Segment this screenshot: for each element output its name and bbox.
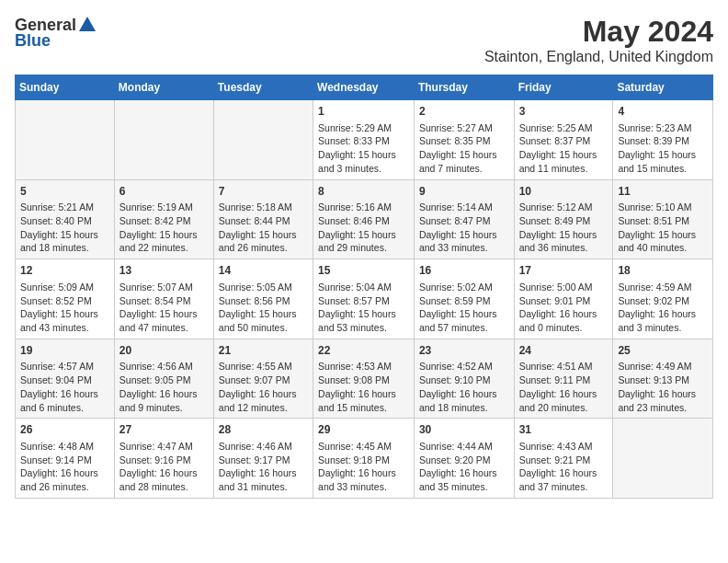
calendar-cell: 21Sunrise: 4:55 AMSunset: 9:07 PMDayligh… — [213, 339, 313, 419]
cell-content-line: and 37 minutes. — [519, 480, 609, 494]
cell-content-line: Sunset: 8:47 PM — [419, 214, 509, 228]
calendar-cell: 28Sunrise: 4:46 AMSunset: 9:17 PMDayligh… — [213, 419, 313, 499]
cell-content-line: Daylight: 15 hours — [119, 307, 209, 321]
cell-content-line: Daylight: 16 hours — [618, 307, 708, 321]
cell-content-line: Daylight: 15 hours — [219, 307, 308, 321]
day-number: 13 — [119, 263, 209, 279]
calendar-cell: 2Sunrise: 5:27 AMSunset: 8:35 PMDaylight… — [414, 100, 514, 180]
day-number: 2 — [419, 104, 509, 120]
cell-content-line: Sunrise: 4:49 AM — [618, 360, 708, 373]
cell-content-line: Sunset: 9:10 PM — [419, 373, 509, 387]
cell-content-line: Daylight: 16 hours — [219, 466, 308, 480]
cell-content-line: Sunset: 8:56 PM — [219, 294, 308, 308]
day-number: 28 — [219, 422, 308, 438]
calendar-cell: 5Sunrise: 5:21 AMSunset: 8:40 PMDaylight… — [16, 179, 115, 259]
cell-content-line: and 26 minutes. — [219, 241, 308, 255]
cell-content-line: and 40 minutes. — [618, 241, 708, 255]
calendar-cell: 19Sunrise: 4:57 AMSunset: 9:04 PMDayligh… — [16, 339, 115, 419]
day-number: 4 — [618, 104, 708, 120]
cell-content-line: and 57 minutes. — [419, 321, 509, 335]
cell-content-line: Daylight: 15 hours — [519, 228, 609, 242]
cell-content-line: and 15 minutes. — [318, 401, 409, 415]
day-number: 19 — [20, 343, 109, 359]
cell-content-line: Sunrise: 4:55 AM — [219, 360, 308, 373]
cell-content-line: and 31 minutes. — [219, 480, 308, 494]
logo: General Blue — [15, 15, 98, 51]
day-number: 25 — [618, 343, 708, 359]
cell-content-line: Daylight: 16 hours — [318, 466, 409, 480]
cell-content-line: Sunset: 9:07 PM — [219, 373, 308, 387]
calendar-cell: 13Sunrise: 5:07 AMSunset: 8:54 PMDayligh… — [114, 259, 213, 339]
day-number: 12 — [20, 263, 109, 279]
calendar-table: SundayMondayTuesdayWednesdayThursdayFrid… — [15, 75, 713, 499]
cell-content-line: Sunrise: 5:00 AM — [519, 281, 609, 294]
calendar-row: 26Sunrise: 4:48 AMSunset: 9:14 PMDayligh… — [16, 419, 713, 499]
header-friday: Friday — [514, 75, 613, 100]
cell-content-line: Sunrise: 4:51 AM — [519, 360, 609, 373]
cell-content-line: and 7 minutes. — [419, 162, 509, 176]
cell-content-line: and 28 minutes. — [119, 480, 209, 494]
cell-content-line: Sunrise: 5:12 AM — [519, 201, 609, 214]
calendar-cell: 22Sunrise: 4:53 AMSunset: 9:08 PMDayligh… — [313, 339, 415, 419]
cell-content-line: Sunset: 8:33 PM — [318, 134, 409, 148]
cell-content-line: Sunset: 9:20 PM — [419, 454, 509, 467]
day-number: 30 — [419, 422, 509, 438]
cell-content-line: and 18 minutes. — [20, 241, 109, 255]
cell-content-line: Sunrise: 5:23 AM — [618, 121, 708, 135]
cell-content-line: and 0 minutes. — [519, 321, 609, 335]
cell-content-line: Sunrise: 5:05 AM — [219, 281, 308, 294]
cell-content-line: Daylight: 15 hours — [519, 148, 609, 162]
cell-content-line: Sunrise: 4:48 AM — [20, 440, 109, 454]
cell-content-line: Sunset: 9:08 PM — [318, 373, 409, 387]
cell-content-line: and 53 minutes. — [318, 321, 409, 335]
cell-content-line: Sunset: 8:35 PM — [419, 134, 509, 148]
cell-content-line: Sunrise: 5:10 AM — [618, 201, 708, 214]
calendar-cell: 17Sunrise: 5:00 AMSunset: 9:01 PMDayligh… — [514, 259, 613, 339]
cell-content-line: Sunrise: 5:27 AM — [419, 121, 509, 135]
calendar-cell: 27Sunrise: 4:47 AMSunset: 9:16 PMDayligh… — [114, 419, 213, 499]
cell-content-line: and 26 minutes. — [20, 480, 109, 494]
cell-content-line: Sunset: 9:04 PM — [20, 373, 109, 387]
calendar-cell: 11Sunrise: 5:10 AMSunset: 8:51 PMDayligh… — [613, 179, 713, 259]
cell-content-line: Sunrise: 4:44 AM — [419, 440, 509, 454]
calendar-cell: 6Sunrise: 5:19 AMSunset: 8:42 PMDaylight… — [114, 179, 213, 259]
cell-content-line: Sunrise: 4:43 AM — [519, 440, 609, 454]
calendar-cell: 31Sunrise: 4:43 AMSunset: 9:21 PMDayligh… — [514, 419, 613, 499]
cell-content-line: Sunset: 9:18 PM — [318, 454, 409, 467]
cell-content-line: Daylight: 16 hours — [519, 387, 609, 401]
header-wednesday: Wednesday — [313, 75, 415, 100]
cell-content-line: Sunrise: 5:04 AM — [318, 281, 409, 294]
day-number: 14 — [219, 263, 308, 279]
cell-content-line: Sunset: 8:54 PM — [119, 294, 209, 308]
cell-content-line: Daylight: 16 hours — [219, 387, 308, 401]
cell-content-line: Daylight: 15 hours — [20, 228, 109, 242]
calendar-cell: 3Sunrise: 5:25 AMSunset: 8:37 PMDaylight… — [514, 100, 613, 180]
cell-content-line: and 11 minutes. — [519, 162, 609, 176]
cell-content-line: and 33 minutes. — [419, 241, 509, 255]
cell-content-line: Sunrise: 5:25 AM — [519, 121, 609, 135]
cell-content-line: Sunrise: 5:19 AM — [119, 201, 209, 214]
day-number: 27 — [119, 422, 209, 438]
cell-content-line: and 35 minutes. — [419, 480, 509, 494]
day-number: 22 — [318, 343, 409, 359]
cell-content-line: and 36 minutes. — [519, 241, 609, 255]
cell-content-line: Daylight: 16 hours — [519, 466, 609, 480]
calendar-cell: 24Sunrise: 4:51 AMSunset: 9:11 PMDayligh… — [514, 339, 613, 419]
calendar-cell: 16Sunrise: 5:02 AMSunset: 8:59 PMDayligh… — [414, 259, 514, 339]
calendar-cell: 10Sunrise: 5:12 AMSunset: 8:49 PMDayligh… — [514, 179, 613, 259]
cell-content-line: Daylight: 15 hours — [318, 228, 409, 242]
cell-content-line: and 22 minutes. — [119, 241, 209, 255]
calendar-row: 1Sunrise: 5:29 AMSunset: 8:33 PMDaylight… — [16, 100, 713, 180]
cell-content-line: Sunset: 9:11 PM — [519, 373, 609, 387]
calendar-header-row: SundayMondayTuesdayWednesdayThursdayFrid… — [16, 75, 713, 100]
cell-content-line: Sunset: 8:59 PM — [419, 294, 509, 308]
calendar-cell: 18Sunrise: 4:59 AMSunset: 9:02 PMDayligh… — [613, 259, 713, 339]
calendar-cell — [213, 100, 313, 180]
calendar-cell: 30Sunrise: 4:44 AMSunset: 9:20 PMDayligh… — [414, 419, 514, 499]
cell-content-line: Sunset: 8:37 PM — [519, 134, 609, 148]
day-number: 24 — [519, 343, 609, 359]
cell-content-line: Daylight: 16 hours — [419, 466, 509, 480]
calendar-cell: 4Sunrise: 5:23 AMSunset: 8:39 PMDaylight… — [613, 100, 713, 180]
cell-content-line: Daylight: 15 hours — [318, 307, 409, 321]
cell-content-line: Daylight: 16 hours — [20, 387, 109, 401]
